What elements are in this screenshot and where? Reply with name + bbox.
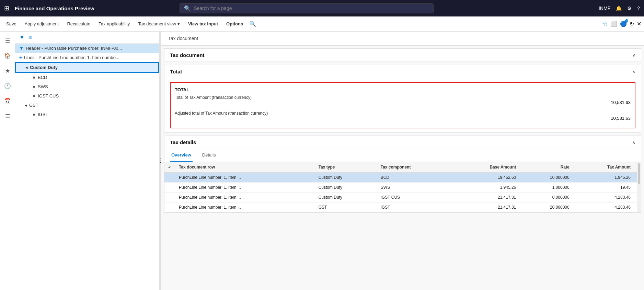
table-row[interactable]: PurchLine Line number: 1, Item ... Custo… [164, 173, 641, 183]
cell-doc-row-2: PurchLine Line number: 1, Item ... [175, 183, 315, 193]
total-row2-label: Adjusted total of Tax Amount (transactio… [175, 111, 631, 116]
tree-item-gst-label: GST [29, 103, 38, 108]
scrollbar-thumb[interactable] [638, 163, 640, 184]
sidebar-icon-workspaces[interactable]: 📅 [1, 95, 14, 107]
cell-tax-type-3: Custom Duty [315, 193, 377, 202]
sidebar-icon-menu[interactable]: ☰ [1, 34, 14, 47]
tax-details-chevron-icon: ∧ [632, 140, 635, 145]
dot-icon-bcd [33, 77, 35, 79]
tree-item-lines[interactable]: ≡ Lines - PurchLine Line number: 1, Item… [15, 53, 159, 62]
tax-document-chevron-icon: ∨ [632, 53, 635, 58]
cell-tax-component-2: SWS [377, 183, 452, 193]
total-row1-value: 10,531.63 [175, 100, 631, 105]
cell-tax-amount-4: 4,283.46 [573, 202, 634, 212]
close-icon[interactable]: ✕ [637, 21, 641, 27]
toolbar: Save Apply adjustment Recalculate Tax ap… [0, 16, 644, 32]
gear-icon[interactable]: ⚙ [627, 5, 632, 11]
bell-icon[interactable]: 🔔 [616, 5, 622, 11]
refresh-icon[interactable]: ↻ [630, 21, 634, 27]
table-wrapper: ✓ Tax document row Tax type Tax componen… [164, 162, 641, 212]
cell-tax-amount-2: 19.45 [573, 183, 634, 193]
main-layout: ☰ 🏠 ★ 🕐 📅 ☰ ▼ ≡ ▼ Header - PurchTable Pu… [0, 32, 644, 290]
toolbar-right: ☆ ⬜ 🔵0 ↻ ✕ [603, 21, 641, 27]
tree-item-igst-cus-label: IGST CUS [38, 93, 59, 98]
vertical-scrollbar[interactable] [637, 162, 641, 212]
cell-rate-4: 20.000000 [519, 202, 573, 212]
col-rate: Rate [519, 162, 573, 173]
tree-item-lines-label: Lines - PurchLine Line number: 1, Item n… [24, 55, 119, 60]
cell-tax-component-1: BCD [377, 173, 452, 183]
recalculate-button[interactable]: Recalculate [64, 20, 94, 28]
view-tax-input-button[interactable]: View tax input [185, 20, 221, 28]
cell-rate-2: 1.000000 [519, 183, 573, 193]
dot-icon-igst-cus [33, 95, 35, 97]
filter-icon[interactable]: ▼ [19, 34, 25, 40]
tree-item-gst[interactable]: ◂ GST [15, 101, 159, 110]
bookmark-icon[interactable]: ☆ [603, 21, 608, 27]
total-chevron-icon: ∧ [632, 69, 635, 74]
tree-item-igst[interactable]: IGST [15, 110, 159, 119]
sidebar-icons: ☰ 🏠 ★ 🕐 📅 ☰ [0, 32, 15, 290]
tree-item-custom-duty-label: Custom Duty [30, 65, 58, 70]
tree-header: ▼ ≡ [15, 32, 159, 44]
tab-overview[interactable]: Overview [170, 149, 193, 162]
apply-adjustment-button[interactable]: Apply adjustment [21, 20, 62, 28]
tree-item-igst-cus[interactable]: IGST CUS [15, 91, 159, 101]
tabs-bar: Overview Details [164, 149, 641, 162]
tree-panel: ▼ ≡ ▼ Header - PurchTable Purchase order… [15, 32, 159, 290]
cell-check-3 [164, 193, 175, 202]
save-button[interactable]: Save [3, 20, 20, 28]
filter-icon-item: ▼ [19, 46, 24, 51]
total-section: Total ∧ TOTAL Total of Tax Amount (trans… [164, 65, 641, 133]
dot-icon-sws [33, 86, 35, 88]
tax-details-section-header[interactable]: Tax details ∧ [164, 136, 641, 149]
help-icon[interactable]: ? [637, 5, 640, 11]
cell-base-amount-1: 19,452.60 [452, 173, 519, 183]
col-tax-type: Tax type [315, 162, 377, 173]
sidebar-icon-home[interactable]: 🏠 [1, 49, 14, 62]
notification-badge-icon[interactable]: 🔵0 [620, 21, 627, 27]
search-bar[interactable]: 🔍 [180, 3, 434, 13]
tree-item-sws[interactable]: SWS [15, 82, 159, 91]
tax-document-section: Tax document ∨ [164, 48, 641, 62]
tree-item-custom-duty[interactable]: ◂ Custom Duty [15, 62, 159, 73]
tax-document-view-button[interactable]: Tax document view ▾ [135, 20, 183, 28]
total-divider [175, 108, 631, 108]
tax-document-section-header[interactable]: Tax document ∨ [164, 49, 641, 62]
table-row[interactable]: PurchLine Line number: 1, Item ... Custo… [164, 183, 641, 193]
cell-check-1 [164, 173, 175, 183]
search-input[interactable] [194, 5, 429, 11]
content-header: Tax document [161, 32, 644, 46]
total-section-header[interactable]: Total ∧ [164, 65, 641, 78]
top-nav: ⊞ Finance and Operations Preview 🔍 INMF … [0, 0, 644, 16]
cell-doc-row-3: PurchLine Line number: 1, Item ... [175, 193, 315, 202]
search-icon-toolbar[interactable]: 🔍 [249, 21, 256, 27]
cell-tax-type-2: Custom Duty [315, 183, 377, 193]
col-tax-doc-row: Tax document row [175, 162, 315, 173]
sidebar-icon-recent[interactable]: 🕐 [1, 80, 14, 92]
cell-base-amount-4: 21,417.31 [452, 202, 519, 212]
cell-tax-component-3: IGST CUS [377, 193, 452, 202]
options-button[interactable]: Options [223, 20, 246, 28]
content-panel: Tax document Tax document ∨ Total ∧ TOTA… [161, 32, 644, 290]
tab-details[interactable]: Details [201, 149, 217, 162]
tax-details-section-title: Tax details [170, 139, 196, 145]
cell-tax-component-4: IGST [377, 202, 452, 212]
sidebar-icon-favorites[interactable]: ★ [1, 65, 14, 77]
sidebar-icon-modules[interactable]: ☰ [1, 110, 14, 122]
table-row[interactable]: PurchLine Line number: 1, Item ... GST I… [164, 202, 641, 212]
tax-applicability-button[interactable]: Tax applicability [95, 20, 133, 28]
table-row[interactable]: PurchLine Line number: 1, Item ... Custo… [164, 193, 641, 202]
tax-details-section: Tax details ∧ Overview Details ✓ Tax doc… [164, 136, 641, 213]
list-icon[interactable]: ≡ [29, 34, 32, 40]
cell-doc-row-1: PurchLine Line number: 1, Item ... [175, 173, 315, 183]
content-header-label: Tax document [168, 36, 198, 41]
cell-base-amount-2: 1,945.26 [452, 183, 519, 193]
tree-item-bcd[interactable]: BCD [15, 73, 159, 82]
panel-icon[interactable]: ⬜ [610, 21, 617, 27]
total-row2-value: 10,531.63 [175, 116, 631, 121]
tree-item-header[interactable]: ▼ Header - PurchTable Purchase order: IN… [15, 44, 159, 53]
cell-check-2 [164, 183, 175, 193]
grid-icon[interactable]: ⊞ [4, 4, 9, 12]
tree-item-igst-label: IGST [38, 112, 48, 117]
